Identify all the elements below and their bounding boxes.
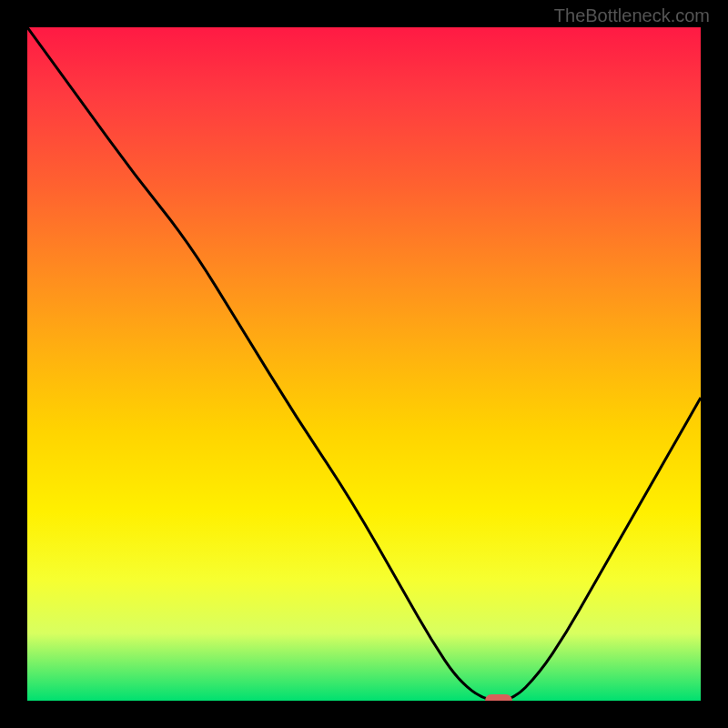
bottleneck-curve-line (27, 27, 701, 701)
watermark-text: TheBottleneck.com (554, 5, 710, 26)
optimal-point-marker (485, 694, 512, 701)
chart-curve-svg (27, 27, 701, 701)
chart-plot-area (27, 27, 701, 701)
